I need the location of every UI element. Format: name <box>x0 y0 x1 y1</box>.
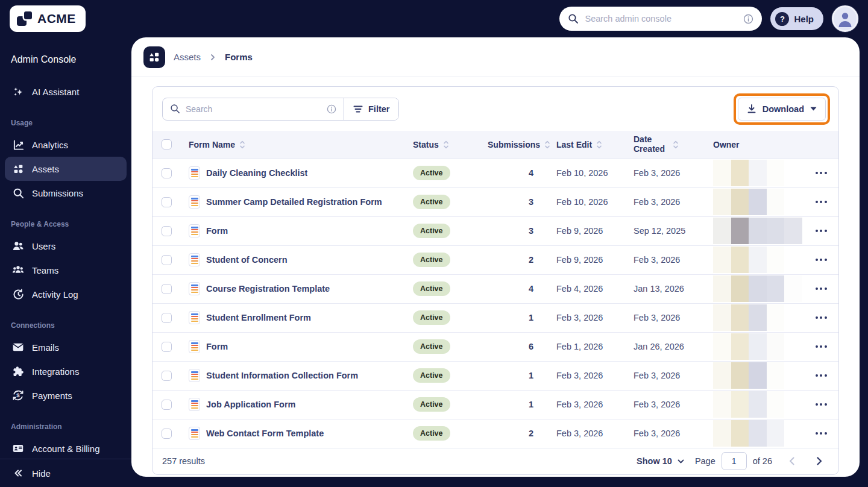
date-created: Feb 3, 2026 <box>634 313 713 322</box>
payments-icon: $ <box>12 389 24 401</box>
table-row[interactable]: Job Application Form Active 1 Feb 3, 202… <box>153 390 838 419</box>
info-icon[interactable] <box>327 104 336 114</box>
sidebar-item-activity-log[interactable]: Activity Log <box>5 282 127 306</box>
sidebar-item-account-billing[interactable]: Account & Billing <box>5 436 127 460</box>
row-checkbox[interactable] <box>162 168 172 178</box>
row-checkbox[interactable] <box>162 313 172 323</box>
admin-search-input[interactable] <box>585 14 737 24</box>
row-checkbox[interactable] <box>162 429 172 439</box>
form-name[interactable]: Course Registration Template <box>206 284 330 294</box>
row-actions-button[interactable] <box>813 313 829 322</box>
form-name[interactable]: Summer Camp Detailed Registration Form <box>206 197 382 207</box>
row-actions-button[interactable] <box>813 255 829 265</box>
next-page-button[interactable] <box>811 453 828 470</box>
sort-icon[interactable] <box>239 140 245 149</box>
form-icon <box>189 398 200 411</box>
form-name[interactable]: Student Information Collection Form <box>206 371 358 380</box>
info-icon[interactable] <box>743 14 753 24</box>
search-icon <box>170 104 180 114</box>
topbar: ACME ? Help <box>0 0 868 37</box>
row-checkbox[interactable] <box>162 371 172 381</box>
table-row[interactable]: Web Contact Form Template Active 2 Feb 3… <box>153 419 838 448</box>
row-actions-button[interactable] <box>813 226 829 236</box>
table-search-input[interactable] <box>186 104 321 114</box>
users-icon <box>12 240 24 252</box>
row-actions-button[interactable] <box>813 429 829 438</box>
sidebar-footer: Hide <box>0 459 131 487</box>
sidebar-item-assets[interactable]: Assets <box>5 157 127 181</box>
sidebar-item-ai-assistant[interactable]: AI Assistant <box>5 80 127 104</box>
row-checkbox[interactable] <box>162 255 172 265</box>
sidebar-item-submissions[interactable]: Submissions <box>5 181 127 205</box>
hide-sidebar-button[interactable]: Hide <box>5 460 127 486</box>
sidebar-item-label: Assets <box>32 164 59 174</box>
table-row[interactable]: Student Enrollment Form Active 1 Feb 3, … <box>153 303 838 332</box>
row-actions-button[interactable] <box>813 168 829 178</box>
sort-icon[interactable] <box>443 140 449 149</box>
form-name[interactable]: Job Application Form <box>206 400 296 409</box>
sidebar-item-integrations[interactable]: Integrations <box>5 359 127 383</box>
help-button[interactable]: ? Help <box>770 7 823 30</box>
breadcrumb-current: Forms <box>225 52 253 62</box>
submissions-count: 4 <box>480 168 556 178</box>
table-search-box[interactable] <box>163 98 344 120</box>
table-row[interactable]: Daily Cleaning Checklist Active 4 Feb 10… <box>153 159 838 187</box>
row-actions-button[interactable] <box>813 400 829 409</box>
form-name[interactable]: Daily Cleaning Checklist <box>206 168 307 178</box>
sidebar-section-label: Usage <box>5 119 127 127</box>
submissions-count: 1 <box>480 313 556 322</box>
table-row[interactable]: Form Active 6 Feb 1, 2026 Jan 26, 2026 <box>153 332 838 361</box>
user-avatar[interactable] <box>832 5 858 32</box>
form-icon <box>189 427 200 440</box>
row-checkbox[interactable] <box>162 342 172 352</box>
table-row[interactable]: Student Information Collection Form Acti… <box>153 361 838 390</box>
sort-icon[interactable] <box>544 140 550 149</box>
form-name[interactable]: Student of Concern <box>206 255 288 265</box>
row-actions-button[interactable] <box>813 284 829 294</box>
sidebar-item-teams[interactable]: Teams <box>5 258 127 282</box>
table-row[interactable]: Form Active 3 Feb 9, 2026 Sep 12, 2025 <box>153 216 838 245</box>
page-size-select[interactable]: Show 10 <box>637 456 684 466</box>
sidebar-item-emails[interactable]: Emails <box>5 335 127 359</box>
table-row[interactable]: Summer Camp Detailed Registration Form A… <box>153 187 838 216</box>
row-checkbox[interactable] <box>162 400 172 410</box>
status-badge: Active <box>413 310 450 325</box>
submissions-count: 1 <box>480 371 556 380</box>
admin-search-box[interactable] <box>559 7 762 31</box>
row-actions-button[interactable] <box>813 197 829 207</box>
owner-redacted <box>713 247 802 273</box>
row-checkbox[interactable] <box>162 226 172 236</box>
analytics-icon <box>12 139 24 151</box>
row-checkbox[interactable] <box>162 197 172 207</box>
acme-logo[interactable]: ACME <box>10 5 86 32</box>
sidebar-item-payments[interactable]: $ Payments <box>5 383 127 407</box>
previous-page-button[interactable] <box>783 453 800 470</box>
billing-icon <box>12 442 24 454</box>
sidebar-item-users[interactable]: Users <box>5 234 127 258</box>
form-icon <box>189 369 200 382</box>
form-name[interactable]: Form <box>206 342 228 351</box>
breadcrumb: Assets Forms <box>131 37 860 77</box>
page-number-input[interactable] <box>722 452 747 470</box>
table-row[interactable]: Course Registration Template Active 4 Fe… <box>153 274 838 303</box>
table-row[interactable]: Student of Concern Active 2 Feb 9, 2026 … <box>153 245 838 274</box>
row-checkbox[interactable] <box>162 284 172 294</box>
row-actions-button[interactable] <box>813 371 829 380</box>
last-edit-date: Feb 9, 2026 <box>556 226 634 236</box>
owner-redacted <box>713 160 802 186</box>
form-name[interactable]: Student Enrollment Form <box>206 313 311 322</box>
download-button[interactable]: Download <box>738 98 826 121</box>
date-created: Jan 26, 2026 <box>634 342 713 351</box>
form-name[interactable]: Form <box>206 226 228 236</box>
download-icon <box>747 104 756 114</box>
sidebar-item-analytics[interactable]: Analytics <box>5 133 127 157</box>
form-icon <box>189 340 200 353</box>
select-all-checkbox[interactable] <box>162 139 172 149</box>
filter-button[interactable]: Filter <box>344 98 398 120</box>
form-name[interactable]: Web Contact Form Template <box>206 429 324 438</box>
status-badge: Active <box>413 253 450 267</box>
row-actions-button[interactable] <box>813 342 829 351</box>
sort-icon[interactable] <box>673 140 679 149</box>
breadcrumb-assets-link[interactable]: Assets <box>174 52 201 62</box>
sort-icon[interactable] <box>596 140 602 149</box>
